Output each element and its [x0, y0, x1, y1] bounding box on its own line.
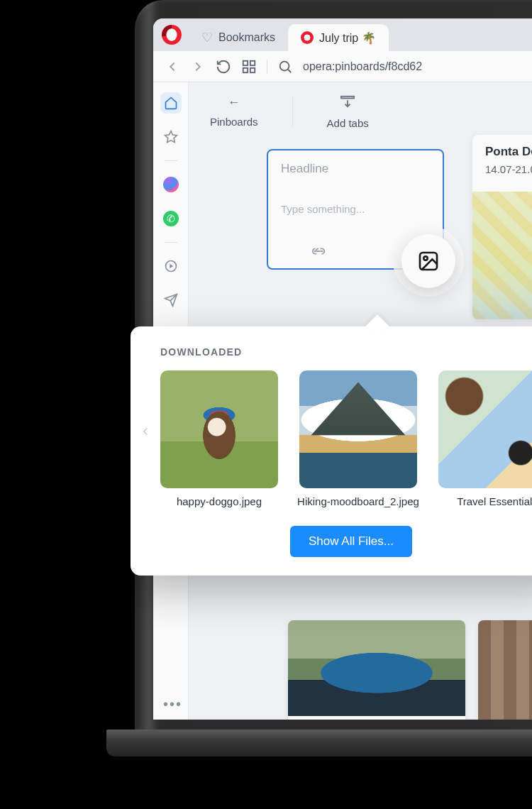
sidebar-home[interactable]	[160, 92, 182, 114]
speed-dial-button[interactable]	[241, 59, 257, 75]
reload-button[interactable]	[216, 59, 231, 75]
photo-thumbnail	[478, 620, 532, 720]
separator	[165, 242, 177, 243]
show-all-files-button[interactable]: Show All Files...	[290, 526, 412, 557]
messenger-icon	[163, 177, 179, 192]
reload-icon	[216, 59, 231, 75]
chevron-right-icon	[190, 59, 206, 75]
image-icon	[417, 250, 440, 273]
thumbnail-image	[160, 370, 278, 488]
nav-back-button[interactable]	[165, 59, 180, 75]
address-bar: opera:pinboards/f8cd62	[153, 51, 532, 82]
reaction-button[interactable]: ☺	[288, 716, 465, 720]
photo-card-lake[interactable]: ☺	[288, 620, 465, 720]
svg-line-5	[288, 70, 291, 72]
thumbnail-image	[438, 370, 532, 488]
add-tabs-icon	[340, 95, 355, 111]
map-card[interactable]: Ponta Delgada, Po 14.07-21.07 EN1-1A	[472, 135, 532, 319]
insert-image-button[interactable]	[401, 234, 455, 288]
thumbnail-caption: happy-doggo.jpeg	[177, 495, 262, 507]
file-thumb[interactable]: happy-doggo.jpeg	[160, 370, 278, 507]
url-text[interactable]: opera:pinboards/f8cd62	[303, 60, 422, 73]
opera-logo-icon	[162, 25, 182, 45]
home-icon	[164, 96, 178, 110]
search-icon	[277, 59, 293, 75]
star-icon	[164, 130, 178, 144]
nav-forward-button[interactable]	[190, 59, 206, 75]
section-heading: DOWNLOADED	[160, 346, 532, 358]
toolbar-add-tabs[interactable]: Add tabs	[327, 95, 369, 129]
card-dates: 14.07-21.07	[485, 163, 532, 175]
arrow-left-icon: ←	[228, 95, 240, 110]
sidebar-send[interactable]	[160, 290, 182, 311]
svg-rect-9	[341, 97, 354, 99]
heart-icon: ♡	[201, 30, 213, 45]
pinboard-toolbar: ← Pinboards Add tabs	[189, 82, 532, 135]
photo-thumbnail	[288, 620, 465, 716]
file-thumb[interactable]: Travel Essentials	[438, 370, 532, 507]
svg-rect-1	[250, 60, 255, 65]
downloaded-files-popup: DOWNLOADED happy-doggo.jpeg Hiking-moodb…	[131, 326, 532, 576]
tab-label: July trip 🌴	[319, 31, 376, 45]
carousel-prev-button[interactable]	[139, 422, 152, 446]
thumbnail-caption: Travel Essentials	[457, 495, 532, 507]
search-button[interactable]	[277, 59, 293, 75]
new-tab-button[interactable]: +	[526, 24, 532, 45]
toolbar-label: Add tabs	[327, 117, 369, 129]
sidebar-player[interactable]	[160, 255, 182, 277]
svg-rect-3	[250, 67, 255, 72]
send-icon	[164, 293, 178, 307]
separator	[267, 60, 267, 74]
button-label: Show All Files...	[309, 534, 394, 548]
svg-marker-8	[170, 264, 173, 269]
sidebar-bookmarks[interactable]	[160, 126, 182, 148]
chevron-left-icon	[165, 59, 180, 75]
svg-rect-2	[243, 67, 248, 72]
svg-rect-0	[243, 60, 248, 65]
sidebar-whatsapp[interactable]: ✆	[160, 208, 182, 229]
opera-o-icon	[301, 31, 314, 44]
svg-marker-6	[165, 131, 177, 143]
separator	[292, 97, 293, 128]
body-input[interactable]: Type something...	[281, 203, 430, 215]
sidebar-more[interactable]: •••	[163, 696, 182, 712]
link-card-hotel[interactable]: WWW.BOOKING.COM Porto A.S. 1829 Hot	[478, 620, 532, 720]
grid-icon	[241, 59, 257, 75]
thumbnail-row: happy-doggo.jpeg Hiking-moodboard_2.jpeg…	[160, 370, 532, 507]
play-circle-icon	[164, 259, 178, 273]
sidebar-messenger[interactable]	[160, 174, 182, 195]
card-title: Ponta Delgada, Po	[485, 145, 532, 159]
file-thumb[interactable]: Hiking-moodboard_2.jpeg	[299, 370, 417, 507]
svg-point-12	[423, 256, 427, 260]
svg-point-4	[280, 61, 289, 70]
tab-bar: ♡ Bookmarks July trip 🌴 +	[153, 18, 532, 51]
thumbnail-caption: Hiking-moodboard_2.jpeg	[297, 495, 419, 507]
toolbar-pinboards[interactable]: ← Pinboards	[210, 95, 258, 128]
tab-bookmarks[interactable]: ♡ Bookmarks	[189, 24, 288, 51]
tab-july-trip[interactable]: July trip 🌴	[288, 24, 389, 51]
pinboard-canvas: Headline Type something...	[189, 135, 532, 270]
laptop-shadow	[106, 756, 532, 799]
link-icon	[311, 246, 326, 256]
thumbnail-image	[299, 370, 417, 488]
tab-label: Bookmarks	[218, 31, 275, 44]
chevron-left-icon	[139, 422, 152, 441]
whatsapp-icon: ✆	[163, 211, 179, 226]
toolbar-label: Pinboards	[210, 116, 258, 128]
map-thumbnail	[472, 192, 532, 319]
headline-input[interactable]: Headline	[281, 162, 430, 176]
separator	[165, 160, 177, 161]
laptop-base	[106, 730, 532, 756]
link-button[interactable]	[311, 245, 326, 260]
